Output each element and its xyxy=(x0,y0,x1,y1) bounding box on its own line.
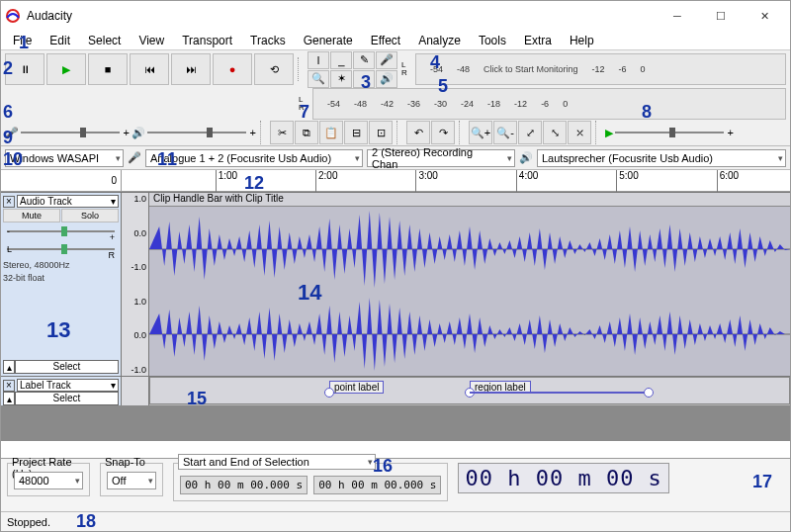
draw-tool-icon[interactable]: ✎ xyxy=(353,51,375,69)
loop-button[interactable]: ⟲ xyxy=(254,53,294,85)
play-button[interactable]: ▶ xyxy=(46,53,86,85)
playback-meter[interactable]: -54-48-42 -36-30-24 -18-12-6 0 xyxy=(312,88,786,120)
paste-icon[interactable]: 📋 xyxy=(319,121,343,144)
clip-title-bar[interactable]: Clip Handle Bar with Clip Title xyxy=(149,193,790,207)
range-mode-combo[interactable]: Start and End of Selection xyxy=(178,454,376,470)
menu-effect[interactable]: Effect xyxy=(363,32,408,49)
track-format-2: 32-bit float xyxy=(3,273,119,284)
menu-edit[interactable]: Edit xyxy=(42,32,78,49)
tools-toolbar: I ⎯ ✎ 🎤 🔍 ✶ 🔊 xyxy=(308,51,397,88)
selection-tool-icon[interactable]: I xyxy=(308,51,329,69)
fit-project-icon[interactable]: ⤡ xyxy=(543,121,567,144)
selection-start[interactable]: 00 h 00 m 00.000 s xyxy=(180,476,308,494)
minimize-button[interactable]: ─ xyxy=(656,2,699,30)
play-at-speed-icon[interactable]: ▶ xyxy=(605,127,613,139)
label-collapse-button[interactable]: ▴ xyxy=(3,392,15,405)
menu-tools[interactable]: Tools xyxy=(471,32,514,49)
gain-slider[interactable]: -+ xyxy=(7,226,115,236)
transport-toolbar: ⏸ ▶ ■ ⏮ ⏭ ● ⟲ xyxy=(5,53,294,85)
callout-4: 4 xyxy=(430,52,440,73)
skip-end-button[interactable]: ⏭ xyxy=(171,53,211,85)
fit-selection-icon[interactable]: ⤢ xyxy=(518,121,542,144)
label-select-button[interactable]: Select xyxy=(15,392,119,405)
titlebar: Audacity ─ ☐ ✕ xyxy=(1,1,790,31)
playback-volume-slider[interactable]: + xyxy=(147,121,256,144)
menu-view[interactable]: View xyxy=(131,32,172,49)
envelope-tool-icon[interactable]: ⎯ xyxy=(330,51,352,69)
record-device-combo[interactable]: Analogue 1 + 2 (Focusrite Usb Audio) xyxy=(145,149,363,167)
callout-9: 9 xyxy=(3,128,13,148)
track-menu[interactable]: Audio Track xyxy=(17,195,119,208)
menu-help[interactable]: Help xyxy=(562,32,602,49)
menu-extra[interactable]: Extra xyxy=(516,32,560,49)
track-format-1: Stereo, 48000Hz xyxy=(3,260,119,271)
menu-analyze[interactable]: Analyze xyxy=(410,32,469,49)
toolbars: ⏸ ▶ ■ ⏮ ⏭ ● ⟲ I ⎯ ✎ 🎤 🔍 ✶ 🔊 LR -54-48 Cl… xyxy=(1,50,790,146)
undo-icon[interactable]: ↶ xyxy=(406,121,430,144)
callout-17: 17 xyxy=(752,472,772,492)
callout-1: 1 xyxy=(19,33,29,53)
trim-icon[interactable]: ⊟ xyxy=(344,121,368,144)
label-track-menu[interactable]: Label Track xyxy=(17,379,119,392)
play-speed-slider[interactable]: + xyxy=(615,121,734,144)
callout-11: 11 xyxy=(157,149,177,170)
track-select-button[interactable]: Select xyxy=(15,360,119,374)
callout-2: 2 xyxy=(3,58,13,79)
menu-transport[interactable]: Transport xyxy=(174,32,240,49)
collapse-button[interactable]: ▴ xyxy=(3,360,15,374)
speaker-tool-icon[interactable]: 🔊 xyxy=(376,70,397,88)
undo-toolbar: ↶ ↷ xyxy=(406,121,455,144)
timeshift-tool-icon[interactable]: ✶ xyxy=(330,70,352,88)
wave-scale: 1.00.0-1.0 1.00.0-1.0 xyxy=(122,193,149,376)
solo-button[interactable]: Solo xyxy=(61,209,119,222)
snap-combo[interactable]: Off xyxy=(107,472,156,489)
callout-3: 3 xyxy=(361,72,371,93)
callout-12: 12 xyxy=(244,173,264,194)
project-rate-combo[interactable]: 48000 xyxy=(14,472,83,489)
speaker-device-icon: 🔊 xyxy=(519,151,533,164)
menu-generate[interactable]: Generate xyxy=(296,32,361,49)
audio-track: × Audio Track Mute Solo -+ LR Stereo, 48… xyxy=(1,192,790,376)
maximize-button[interactable]: ☐ xyxy=(699,2,743,30)
monitor-text[interactable]: Click to Start Monitoring xyxy=(483,64,578,74)
record-volume-slider[interactable]: + xyxy=(21,121,130,144)
mic-tool-icon[interactable]: 🎤 xyxy=(376,51,397,69)
redo-icon[interactable]: ↷ xyxy=(431,121,455,144)
track-area: × Audio Track Mute Solo -+ LR Stereo, 48… xyxy=(1,192,790,441)
zoom-in-icon[interactable]: 🔍+ xyxy=(469,121,492,144)
pan-slider[interactable]: LR xyxy=(7,244,115,254)
device-toolbar: Windows WASAPI 🎤 Analogue 1 + 2 (Focusri… xyxy=(1,146,790,170)
mute-button[interactable]: Mute xyxy=(3,209,60,222)
stop-button[interactable]: ■ xyxy=(88,53,128,85)
region-label[interactable]: region label xyxy=(470,382,649,399)
cut-icon[interactable]: ✂ xyxy=(270,121,294,144)
selection-end[interactable]: 00 h 00 m 00.000 s xyxy=(313,476,441,494)
label-area[interactable]: point label region label xyxy=(149,377,790,404)
callout-5: 5 xyxy=(438,76,448,97)
track-close-button[interactable]: × xyxy=(3,196,15,208)
silence-icon[interactable]: ⊡ xyxy=(369,121,393,144)
record-channels-combo[interactable]: 2 (Stereo) Recording Chan xyxy=(367,149,515,167)
close-button[interactable]: ✕ xyxy=(743,2,786,30)
window-title: Audacity xyxy=(27,9,656,23)
skip-start-button[interactable]: ⏮ xyxy=(130,53,169,85)
record-button[interactable]: ● xyxy=(213,53,252,85)
point-label[interactable]: point label xyxy=(329,382,385,399)
label-track-close-button[interactable]: × xyxy=(3,380,15,392)
waveform-area[interactable]: Clip Handle Bar with Clip Title xyxy=(149,193,790,376)
label-track: × Label Track ▴ Select point label regio… xyxy=(1,376,790,405)
record-meter[interactable]: -54-48 Click to Start Monitoring -12-60 xyxy=(415,53,786,85)
timeline[interactable]: 0 1:00 2:00 3:00 4:00 5:00 6:00 xyxy=(1,170,790,192)
callout-7: 7 xyxy=(300,102,309,123)
edit-toolbar: ✂ ⧉ 📋 ⊟ ⊡ xyxy=(270,121,393,144)
zoom-out-icon[interactable]: 🔍- xyxy=(493,121,517,144)
playback-device-combo[interactable]: Lautsprecher (Focusrite Usb Audio) xyxy=(537,149,786,167)
callout-16: 16 xyxy=(373,456,393,477)
audio-position[interactable]: 00 h 00 m 00 s xyxy=(458,463,668,493)
menu-tracks[interactable]: Tracks xyxy=(242,32,294,49)
snap-label: Snap-To xyxy=(105,456,145,468)
menu-select[interactable]: Select xyxy=(80,32,129,49)
zoom-toggle-icon[interactable]: ⤫ xyxy=(568,121,591,144)
zoom-tool-icon[interactable]: 🔍 xyxy=(308,70,329,88)
copy-icon[interactable]: ⧉ xyxy=(295,121,318,144)
